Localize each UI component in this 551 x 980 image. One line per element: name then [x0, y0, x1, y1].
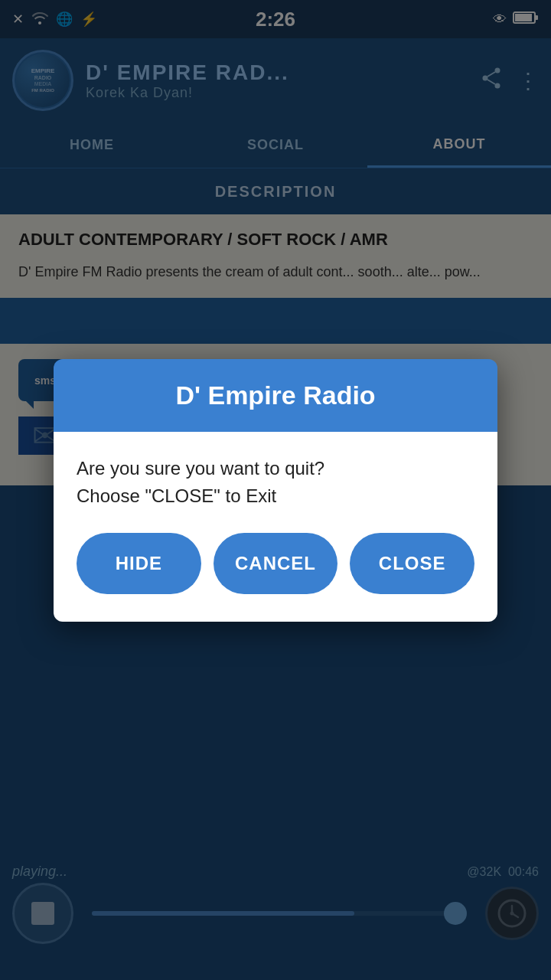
modal-overlay: D' Empire Radio Are you sure you want to…	[0, 0, 551, 980]
modal-header: D' Empire Radio	[54, 359, 497, 432]
modal-dialog: D' Empire Radio Are you sure you want to…	[54, 359, 497, 622]
modal-message: Are you sure you want to quit?Choose "CL…	[77, 455, 474, 510]
modal-title: D' Empire Radio	[72, 381, 479, 410]
modal-buttons: HIDE CANCEL CLOSE	[77, 533, 474, 594]
cancel-button[interactable]: CANCEL	[214, 533, 338, 594]
hide-button[interactable]: HIDE	[77, 533, 201, 594]
modal-body: Are you sure you want to quit?Choose "CL…	[54, 432, 497, 622]
close-button[interactable]: CLOSE	[350, 533, 474, 594]
